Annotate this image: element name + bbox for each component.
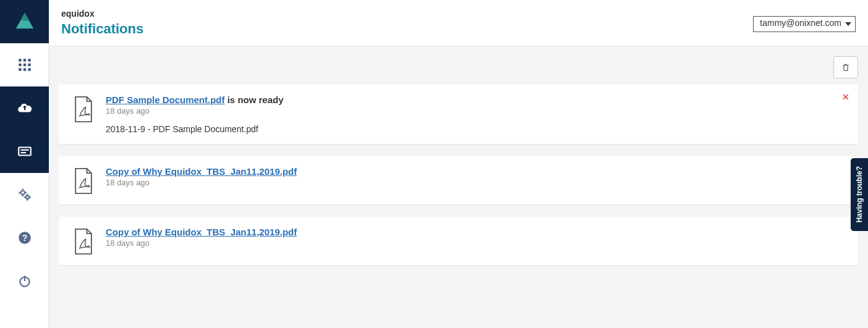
notification-title-link[interactable]: Copy of Why Equidox_TBS_Jan11,2019.pdf bbox=[106, 166, 297, 177]
notification-title-link[interactable]: Copy of Why Equidox_TBS_Jan11,2019.pdf bbox=[106, 227, 297, 237]
having-trouble-tab[interactable]: Having trouble? bbox=[851, 158, 868, 231]
svg-point-13 bbox=[25, 196, 28, 199]
trash-icon bbox=[841, 62, 851, 72]
toolbar-row bbox=[59, 46, 858, 85]
svg-rect-6 bbox=[19, 68, 21, 70]
dismiss-notification-button[interactable]: ✕ bbox=[842, 92, 849, 102]
svg-rect-8 bbox=[28, 68, 30, 70]
notification-time: 18 days ago bbox=[106, 178, 847, 187]
cloud-upload-icon bbox=[17, 100, 33, 116]
chevron-down-icon bbox=[845, 22, 851, 26]
svg-point-12 bbox=[20, 191, 25, 195]
svg-text:?: ? bbox=[22, 233, 27, 243]
svg-rect-1 bbox=[23, 59, 25, 61]
pdf-document-icon bbox=[70, 95, 97, 134]
help-icon: ? bbox=[17, 230, 33, 246]
gears-icon bbox=[17, 187, 33, 203]
user-email-value: tammy@onixnet.com bbox=[760, 18, 841, 28]
svg-rect-9 bbox=[19, 148, 31, 156]
sidebar-item-settings[interactable] bbox=[0, 173, 49, 216]
content-area: Import Document PDF Sample Document.pdf … bbox=[49, 46, 868, 328]
notification-card: PDF Sample Document.pdf is now ready 18 … bbox=[59, 85, 858, 144]
brand-name: equidox bbox=[61, 9, 856, 19]
user-email-select[interactable]: tammy@onixnet.com bbox=[753, 16, 856, 32]
notification-detail: 2018-11-9 - PDF Sample Document.pdf bbox=[106, 124, 847, 134]
card-list-icon bbox=[17, 143, 33, 159]
sidebar-item-dashboard[interactable] bbox=[0, 43, 49, 86]
sidebar-logo[interactable] bbox=[0, 0, 49, 43]
having-trouble-label: Having trouble? bbox=[855, 166, 864, 222]
sidebar-item-documents[interactable] bbox=[0, 130, 49, 173]
svg-rect-7 bbox=[23, 68, 25, 70]
header: equidox Notifications tammy@onixnet.com bbox=[49, 0, 868, 46]
svg-rect-0 bbox=[19, 59, 21, 61]
svg-rect-2 bbox=[28, 59, 30, 61]
page-title: Notifications bbox=[61, 21, 856, 37]
sidebar: ? bbox=[0, 0, 49, 328]
notification-title-suffix: is now ready bbox=[225, 95, 284, 105]
svg-rect-4 bbox=[23, 64, 25, 66]
apps-grid-icon bbox=[17, 57, 33, 73]
notification-card: Copy of Why Equidox_TBS_Jan11,2019.pdf 1… bbox=[59, 217, 858, 265]
sidebar-item-help[interactable]: ? bbox=[0, 216, 49, 259]
svg-rect-5 bbox=[28, 64, 30, 66]
pdf-document-icon bbox=[70, 227, 97, 255]
notification-time: 18 days ago bbox=[106, 106, 847, 116]
pdf-document-icon bbox=[70, 166, 97, 195]
notification-title-link[interactable]: PDF Sample Document.pdf bbox=[106, 95, 225, 105]
equidox-logo-icon bbox=[14, 11, 35, 32]
svg-rect-3 bbox=[19, 64, 21, 66]
delete-all-button[interactable] bbox=[833, 56, 858, 78]
power-icon bbox=[17, 273, 33, 289]
notification-time: 18 days ago bbox=[106, 238, 847, 248]
notification-card: Copy of Why Equidox_TBS_Jan11,2019.pdf 1… bbox=[59, 156, 858, 204]
sidebar-item-upload[interactable] bbox=[0, 86, 49, 130]
sidebar-item-logout[interactable] bbox=[0, 259, 49, 303]
